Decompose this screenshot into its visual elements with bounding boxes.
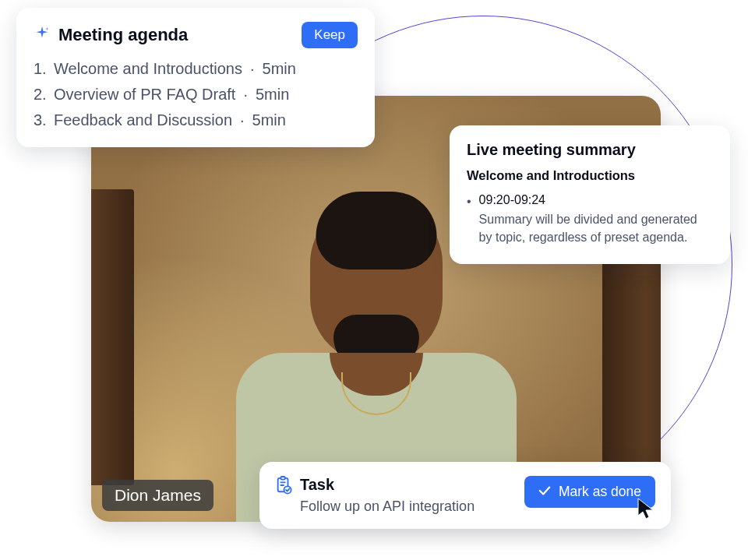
- sparkle-icon: [34, 25, 51, 45]
- agenda-item-label: Feedback and Discussion: [54, 107, 232, 133]
- task-card: Task Follow up on API integration Mark a…: [259, 462, 671, 529]
- dot-separator: ·: [247, 56, 258, 82]
- agenda-item-duration: 5min: [263, 56, 296, 82]
- agenda-title: Meeting agenda: [58, 25, 188, 45]
- dot-separator: ·: [240, 82, 251, 107]
- agenda-item: 1. Welcome and Introductions · 5min: [34, 56, 358, 82]
- summary-entry: • 09:20-09:24 Summary will be divided an…: [467, 191, 713, 247]
- summary-entry-time: 09:20-09:24: [479, 191, 713, 209]
- svg-rect-1: [280, 477, 285, 480]
- dot-separator: ·: [237, 107, 248, 133]
- check-icon: [538, 484, 551, 500]
- keep-button[interactable]: Keep: [302, 22, 358, 48]
- agenda-list: 1. Welcome and Introductions · 5min 2. O…: [34, 56, 358, 133]
- agenda-item-label: Welcome and Introductions: [54, 56, 242, 82]
- summary-entry-text: Summary will be divided and generated by…: [479, 213, 697, 244]
- participant-name-badge: Dion James: [102, 480, 213, 511]
- live-summary-card: Live meeting summary Welcome and Introdu…: [450, 125, 730, 264]
- bullet-icon: •: [467, 192, 471, 247]
- agenda-item-label: Overview of PR FAQ Draft: [54, 82, 235, 107]
- mark-as-done-label: Mark as done: [559, 484, 641, 500]
- meeting-agenda-card: Meeting agenda Keep 1. Welcome and Intro…: [16, 8, 375, 147]
- task-label: Task: [300, 476, 475, 494]
- task-description: Follow up on API integration: [300, 498, 475, 515]
- agenda-item-number: 1.: [34, 56, 49, 82]
- agenda-item: 2. Overview of PR FAQ Draft · 5min: [34, 82, 358, 107]
- clipboard-check-icon: [275, 476, 292, 515]
- agenda-item: 3. Feedback and Discussion · 5min: [34, 107, 358, 133]
- summary-title: Live meeting summary: [467, 141, 713, 159]
- agenda-item-number: 2.: [34, 82, 49, 107]
- summary-section-heading: Welcome and Introductions: [467, 168, 713, 183]
- agenda-item-number: 3.: [34, 107, 49, 133]
- cursor-icon: [636, 497, 658, 523]
- agenda-item-duration: 5min: [252, 107, 286, 133]
- agenda-item-duration: 5min: [256, 82, 289, 107]
